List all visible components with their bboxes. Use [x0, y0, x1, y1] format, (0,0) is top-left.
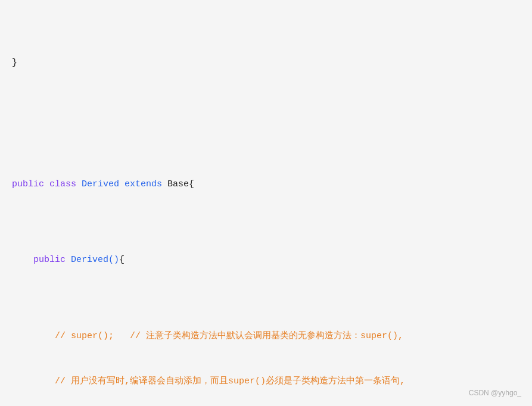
derived-constructor: public Derived(){ — [12, 252, 520, 268]
csdn-watermark: CSDN @yyhgo_ — [469, 387, 521, 399]
type-derived: Derived — [82, 179, 125, 189]
comment-1: // super(); // 注意子类构造方法中默认会调用基类的无参构造方法：s… — [12, 329, 520, 344]
blank-line-1 — [12, 101, 520, 116]
type-derived-ctor: Derived() — [71, 255, 119, 265]
base-class: Base{ — [167, 179, 194, 189]
kw-class-1: class — [49, 179, 82, 189]
line-closing-brace-1: } — [12, 55, 520, 71]
kw-public-2: public — [33, 255, 71, 265]
comment-2: // 用户没有写时,编译器会自动添加，而且super()必须是子类构造方法中第一… — [12, 374, 520, 389]
code-block: } public class Derived extends Base{ pub… — [12, 10, 520, 406]
kw-extends: extends — [125, 179, 167, 189]
kw-public-1: public — [12, 179, 49, 189]
derived-class-decl: public class Derived extends Base{ — [12, 177, 520, 192]
brace-open-1: { — [119, 255, 125, 265]
